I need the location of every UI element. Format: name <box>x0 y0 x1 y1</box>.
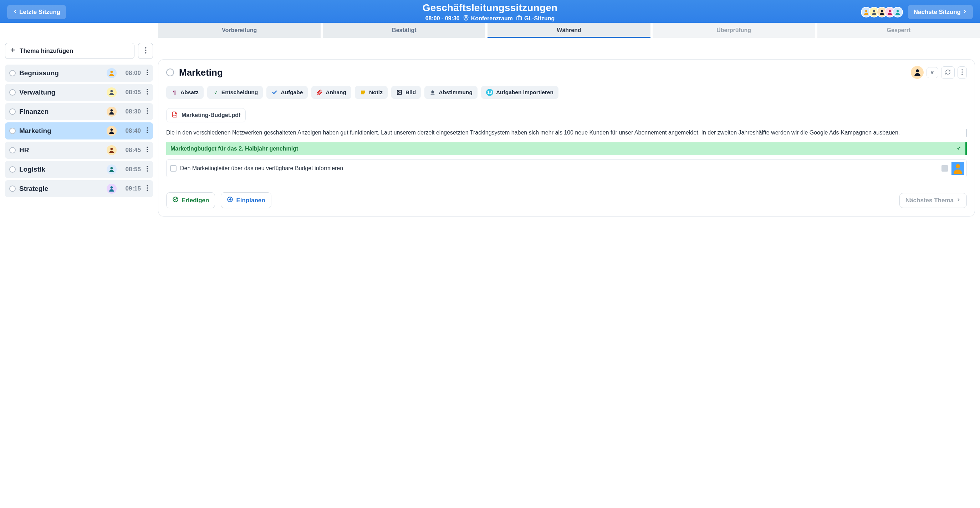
check-circle-icon <box>172 196 179 204</box>
attendee-avatar <box>892 7 903 18</box>
tool-entscheidung[interactable]: Entscheidung <box>207 86 263 99</box>
next-session-label: Nächste Sitzung <box>914 8 961 16</box>
svg-point-17 <box>146 89 148 90</box>
topic-card-header: Marketing 5' <box>166 66 967 79</box>
tool-entscheidung-label: Entscheidung <box>221 89 258 96</box>
svg-point-19 <box>146 93 148 94</box>
stage-tab-während[interactable]: Während <box>487 23 650 38</box>
topic-more-button[interactable] <box>145 147 150 154</box>
topic-more-button[interactable] <box>145 185 150 192</box>
tool-notiz[interactable]: Notiz <box>355 86 388 99</box>
topic-status-radio[interactable] <box>166 68 174 76</box>
tool-bild-label: Bild <box>406 89 416 96</box>
stage-tab-vorbereitung[interactable]: Vorbereitung <box>158 23 321 38</box>
task-block[interactable]: Den Marketingleiter über das neu verfügb… <box>166 159 967 177</box>
kebab-icon <box>145 47 146 54</box>
add-topic-label: Thema hinzufügen <box>20 48 73 54</box>
svg-point-41 <box>961 69 963 71</box>
topic-radio[interactable] <box>9 89 16 96</box>
sidebar-item-begrüssung[interactable]: Begrüssung08:00 <box>5 65 153 82</box>
svg-point-35 <box>146 170 148 172</box>
sidebar-item-hr[interactable]: HR08:45 <box>5 142 153 159</box>
block-toolbar: ¶ Absatz Entscheidung Aufgabe <box>166 86 967 99</box>
svg-point-32 <box>111 167 113 169</box>
topic-radio[interactable] <box>9 186 16 192</box>
sidebar-item-marketing[interactable]: Marketing08:40 <box>5 123 153 140</box>
sidebar-item-finanzen[interactable]: Finanzen08:30 <box>5 103 153 120</box>
header-center: Geschäftsleitungssitzungen 08:00 - 09:30… <box>423 2 558 22</box>
topic-label: Marketing <box>19 127 103 135</box>
svg-point-27 <box>146 132 148 133</box>
duration-button[interactable]: 5' <box>926 67 938 78</box>
tool-import-tasks[interactable]: 13 Aufgaben importieren <box>481 86 558 99</box>
next-session-button[interactable]: Nächste Sitzung <box>908 5 973 19</box>
svg-point-20 <box>111 109 113 111</box>
topic-more-button[interactable] <box>145 89 150 96</box>
sidebar-item-logistik[interactable]: Logistik08:55 <box>5 161 153 178</box>
attendees-avatars[interactable] <box>861 7 903 18</box>
topic-radio[interactable] <box>9 70 16 76</box>
svg-point-29 <box>146 147 148 148</box>
topic-more-button[interactable] <box>145 127 150 134</box>
paragraph-block[interactable]: Die in den verschiedenen Netzwerken gesc… <box>166 129 967 137</box>
topic-label: Finanzen <box>19 108 103 116</box>
topic-label: Verwaltung <box>19 88 103 96</box>
topic-presenter-avatar <box>107 145 117 155</box>
sidebar-item-strategie[interactable]: Strategie09:15 <box>5 180 153 197</box>
task-flag-icon[interactable] <box>942 165 948 172</box>
tool-absatz-label: Absatz <box>180 89 199 96</box>
svg-point-11 <box>145 52 146 54</box>
attachment-chip[interactable]: PDF Marketing-Budget.pdf <box>166 108 246 123</box>
pdf-icon: PDF <box>172 111 178 119</box>
svg-point-14 <box>146 72 148 73</box>
svg-point-43 <box>961 73 963 75</box>
task-assignee-avatar[interactable] <box>951 162 964 175</box>
refresh-button[interactable] <box>941 66 955 79</box>
stage-tab-gesperrt: Gesperrt <box>818 23 980 38</box>
topic-radio[interactable] <box>9 108 16 115</box>
topic-radio[interactable] <box>9 128 16 134</box>
paragraph-text: Die in den verschiedenen Netzwerken gesc… <box>166 129 962 137</box>
tool-abstimmung[interactable]: Abstimmung <box>425 86 477 99</box>
done-button[interactable]: Erledigen <box>166 192 215 209</box>
topic-more-button[interactable] <box>145 108 150 115</box>
add-topic-button[interactable]: Thema hinzufügen <box>5 43 134 59</box>
topic-presenter-avatar <box>107 184 117 194</box>
tool-anhang[interactable]: Anhang <box>311 86 351 99</box>
decision-block[interactable]: Marketingbudget für das 2. Halbjahr gene… <box>166 142 967 155</box>
svg-point-16 <box>111 90 113 92</box>
topic-more-button[interactable] <box>145 166 150 173</box>
topic-radio[interactable] <box>9 147 16 153</box>
arrow-right-circle-icon <box>227 196 233 204</box>
topic-more-button[interactable] <box>958 66 967 79</box>
tool-aufgabe[interactable]: Aufgabe <box>266 86 308 99</box>
svg-point-13 <box>146 70 148 71</box>
topic-radio[interactable] <box>9 166 16 173</box>
svg-text:PDF: PDF <box>173 115 177 117</box>
topic-presenter-avatar <box>107 107 117 117</box>
tool-bild[interactable]: Bild <box>391 86 421 99</box>
svg-point-0 <box>465 17 467 18</box>
sidebar-item-verwaltung[interactable]: Verwaltung08:05 <box>5 84 153 101</box>
task-checkbox[interactable] <box>170 165 177 172</box>
svg-rect-1 <box>517 17 521 20</box>
topic-more-button[interactable] <box>145 70 150 77</box>
svg-point-47 <box>956 164 960 168</box>
presenter-avatar[interactable] <box>911 66 924 79</box>
topic-time: 08:05 <box>120 89 141 96</box>
schedule-button[interactable]: Einplanen <box>221 192 271 209</box>
prev-session-button[interactable]: Letzte Sitzung <box>7 5 66 19</box>
next-topic-button[interactable]: Nächstes Thema <box>899 193 967 208</box>
paragraph-icon: ¶ <box>171 89 178 96</box>
svg-point-39 <box>146 190 148 191</box>
tool-absatz[interactable]: ¶ Absatz <box>166 86 204 99</box>
svg-point-18 <box>146 91 148 92</box>
topic-label: Strategie <box>19 185 103 193</box>
stage-tab-bestätigt[interactable]: Bestätigt <box>323 23 485 38</box>
topics-list: Begrüssung08:00Verwaltung08:05Finanzen08… <box>5 65 153 197</box>
svg-point-15 <box>146 74 148 75</box>
svg-point-33 <box>146 166 148 167</box>
sidebar-more-button[interactable] <box>138 43 153 59</box>
topic-presenter-avatar <box>107 164 117 174</box>
topic-label: HR <box>19 146 103 154</box>
